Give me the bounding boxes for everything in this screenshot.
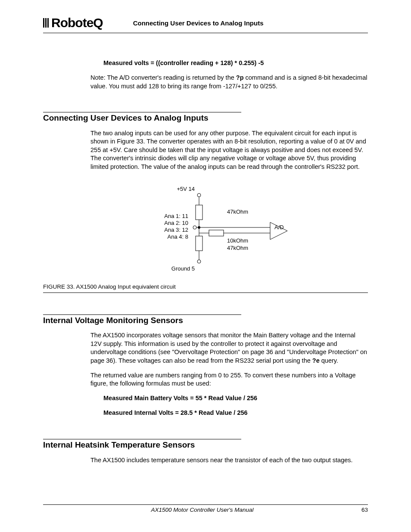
section3-body: The AX1500 includes temperature sensors … bbox=[90, 456, 368, 465]
footer-doc-title: AX1500 Motor Controller User's Manual bbox=[151, 507, 253, 513]
section2-para1: The AX1500 incorporates voltage sensors … bbox=[90, 331, 368, 365]
svg-text:A/D: A/D bbox=[274, 224, 284, 230]
s2p1-cmd: ?e bbox=[312, 357, 320, 364]
page: RoboteQ Connecting User Devices to Analo… bbox=[0, 0, 411, 532]
section-rule-3 bbox=[43, 439, 241, 439]
logo-bars-icon bbox=[43, 18, 49, 28]
brand-logo: RoboteQ bbox=[43, 16, 103, 30]
footer-page-number: 63 bbox=[361, 507, 368, 513]
note-pre: Note: The A/D converter's reading is ret… bbox=[90, 74, 236, 81]
svg-text:Ana 4:    8: Ana 4: 8 bbox=[168, 233, 188, 240]
svg-text:10kOhm: 10kOhm bbox=[227, 237, 248, 244]
formula-main-battery: Measured Main Battery Volts = 55 * Read … bbox=[103, 394, 368, 403]
page-footer: AX1500 Motor Controller User's Manual 63 bbox=[43, 504, 368, 513]
intro-block: Measured volts = ((controller reading + … bbox=[90, 59, 368, 90]
section3-heading: Internal Heatsink Temperature Sensors bbox=[43, 440, 368, 450]
formula-internal-volts: Measured Internal Volts = 28.5 * Read Va… bbox=[103, 409, 368, 417]
s2p1-post: query. bbox=[320, 357, 338, 364]
svg-rect-8 bbox=[209, 230, 224, 236]
section3-para: The AX1500 includes temperature sensors … bbox=[90, 456, 368, 465]
svg-point-26 bbox=[197, 260, 201, 263]
svg-text:Ground  5: Ground 5 bbox=[171, 265, 195, 272]
svg-text:Ana 2:  10: Ana 2: 10 bbox=[164, 220, 188, 226]
svg-point-1 bbox=[197, 193, 201, 197]
page-header: RoboteQ Connecting User Devices to Analo… bbox=[43, 16, 368, 33]
svg-text:47kOhm: 47kOhm bbox=[227, 208, 248, 215]
svg-text:Ana 3:  12: Ana 3: 12 bbox=[164, 227, 188, 233]
section2-para2: The returned value are numbers ranging f… bbox=[90, 371, 368, 388]
note-paragraph: Note: The A/D converter's reading is ret… bbox=[90, 74, 368, 90]
section1-body: The two analog inputs can be used for an… bbox=[90, 129, 368, 171]
svg-rect-23 bbox=[196, 236, 202, 251]
svg-text:+5V  14: +5V 14 bbox=[177, 186, 195, 192]
section1-para: The two analog inputs can be used for an… bbox=[90, 129, 368, 171]
section-rule bbox=[43, 112, 241, 112]
circuit-diagram-icon: +5V 14 47kOhm 10kOhm A/D Ana 1: 11 Ana 2… bbox=[98, 184, 313, 275]
brand-text: RoboteQ bbox=[51, 16, 103, 30]
figure-33: +5V 14 47kOhm 10kOhm A/D Ana 1: 11 Ana 2… bbox=[43, 184, 368, 277]
figure-caption: FIGURE 33. AX1500 Analog Input equivalen… bbox=[43, 281, 368, 293]
note-cmd: ?p bbox=[236, 74, 244, 81]
section2-body: The AX1500 incorporates voltage sensors … bbox=[90, 331, 368, 417]
formula-measured-volts: Measured volts = ((controller reading + … bbox=[103, 59, 368, 68]
svg-text:Ana 1:  11: Ana 1: 11 bbox=[164, 213, 188, 219]
svg-text:47kOhm: 47kOhm bbox=[227, 245, 248, 251]
svg-point-20 bbox=[193, 226, 196, 229]
section1-heading: Connecting User Devices to Analog Inputs bbox=[43, 113, 368, 123]
running-title: Connecting User Devices to Analog Inputs bbox=[133, 19, 368, 27]
svg-rect-3 bbox=[196, 205, 202, 220]
section-rule-2 bbox=[43, 314, 241, 315]
section2-heading: Internal Voltage Monitoring Sensors bbox=[43, 316, 368, 325]
